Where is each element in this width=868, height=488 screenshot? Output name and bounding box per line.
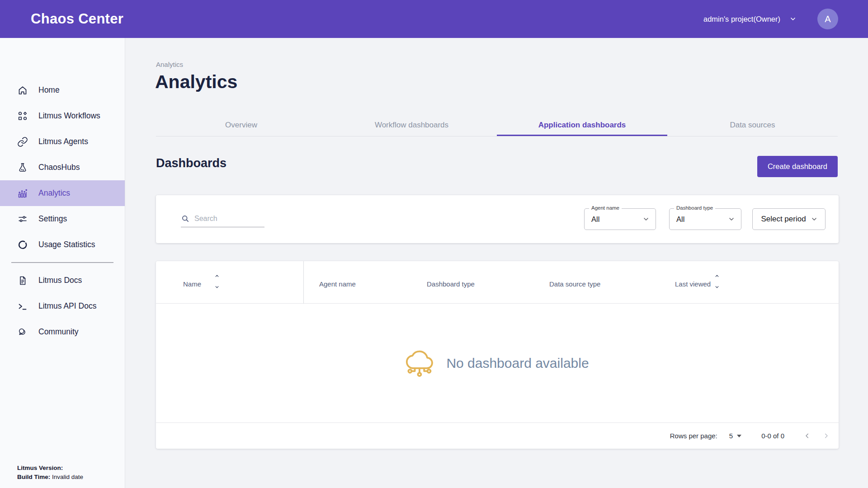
search-input[interactable] xyxy=(194,215,258,223)
tab-workflow-dashboards[interactable]: Workflow dashboards xyxy=(326,114,497,136)
sidebar-item-analytics[interactable]: Analytics xyxy=(0,180,125,206)
last-viewed-sort-controls xyxy=(714,273,720,290)
table-header-row: Name Agent name Dashboard type Data sour… xyxy=(156,261,839,304)
column-header-agent-name: Agent name xyxy=(319,280,356,288)
document-icon xyxy=(17,275,28,286)
flask-icon xyxy=(17,162,28,173)
community-icon xyxy=(17,327,28,338)
sidebar-item-chaoshubs[interactable]: ChaosHubs xyxy=(0,155,125,180)
dashboards-table: Name Agent name Dashboard type Data sour… xyxy=(156,261,839,449)
sidebar-item-community[interactable]: Community xyxy=(0,319,125,345)
column-divider xyxy=(303,261,304,304)
sidebar-item-label: Community xyxy=(38,327,79,337)
sliders-icon xyxy=(17,214,28,225)
sidebar-item-label: Litmus API Docs xyxy=(38,301,96,311)
project-selector-label: admin's project(Owner) xyxy=(703,15,780,23)
sidebar-item-litmus-workflows[interactable]: Litmus Workflows xyxy=(0,103,125,129)
agent-name-select[interactable]: Agent name All xyxy=(584,208,656,230)
dashboards-heading: Dashboards xyxy=(156,156,226,170)
chevron-down-icon xyxy=(642,216,650,223)
sidebar-item-label: Litmus Agents xyxy=(38,137,88,146)
cloud-network-icon xyxy=(406,349,434,378)
header-right: admin's project(Owner) A xyxy=(703,9,838,29)
sidebar-item-settings[interactable]: Settings xyxy=(0,206,125,232)
home-icon xyxy=(17,85,28,96)
terminal-icon xyxy=(17,301,28,312)
avatar-initial: A xyxy=(825,14,830,24)
name-sort-controls xyxy=(214,273,220,290)
chevron-up-icon[interactable] xyxy=(214,273,220,279)
empty-state-message: No dashboard available xyxy=(446,356,589,371)
sidebar-item-label: ChaosHubs xyxy=(38,163,80,172)
dashboard-type-select-value: All xyxy=(676,215,684,224)
avatar[interactable]: A xyxy=(817,9,838,29)
sidebar-item-litmus-docs[interactable]: Litmus Docs xyxy=(0,267,125,293)
link-icon xyxy=(17,136,28,147)
tab-data-sources[interactable]: Data sources xyxy=(667,114,838,136)
rows-per-page-value: 5 xyxy=(729,432,733,440)
search-icon xyxy=(181,214,190,223)
dashboard-type-select-label: Dashboard type xyxy=(674,205,715,211)
tab-bar: Overview Workflow dashboards Application… xyxy=(156,114,838,136)
pagination-bar: Rows per page: 5 0-0 of 0 xyxy=(156,422,839,449)
sidebar-item-label: Usage Statistics xyxy=(38,240,95,249)
chevron-up-icon[interactable] xyxy=(714,273,720,279)
filter-bar: Agent name All Dashboard type All Select… xyxy=(156,195,839,243)
chevron-down-icon xyxy=(811,216,818,223)
column-header-last-viewed[interactable]: Last viewed xyxy=(675,280,711,288)
sidebar-item-usage-statistics[interactable]: Usage Statistics xyxy=(0,232,125,258)
agent-name-select-value: All xyxy=(591,215,599,224)
sidebar-item-label: Analytics xyxy=(38,188,70,198)
search-box xyxy=(181,214,264,227)
app-header: Chaos Center admin's project(Owner) A xyxy=(0,0,868,38)
chevron-down-icon xyxy=(789,15,797,23)
sidebar-item-label: Litmus Docs xyxy=(38,276,82,285)
project-selector[interactable]: admin's project(Owner) xyxy=(703,15,797,23)
previous-page-button[interactable] xyxy=(801,430,813,442)
pagination-range: 0-0 of 0 xyxy=(761,432,784,440)
column-header-dashboard-type: Dashboard type xyxy=(427,280,475,288)
build-time-value: Invalid date xyxy=(52,474,83,480)
data-usage-icon xyxy=(17,239,28,250)
rows-per-page-select[interactable]: 5 xyxy=(729,432,741,440)
build-time-label: Build Time: xyxy=(17,474,50,480)
bar-chart-icon xyxy=(17,188,28,199)
tab-overview[interactable]: Overview xyxy=(156,114,326,136)
tab-application-dashboards[interactable]: Application dashboards xyxy=(497,114,667,136)
select-period-button[interactable]: Select period xyxy=(752,208,826,230)
chevron-down-icon xyxy=(728,216,735,223)
sidebar-item-litmus-api-docs[interactable]: Litmus API Docs xyxy=(0,293,125,319)
breadcrumb[interactable]: Analytics xyxy=(156,61,183,68)
agent-name-select-label: Agent name xyxy=(589,205,622,211)
sidebar-item-home[interactable]: Home xyxy=(0,77,125,103)
create-dashboard-button[interactable]: Create dashboard xyxy=(757,156,838,177)
sidebar: Home Litmus Workflows Litmus Agents Chao… xyxy=(0,38,125,488)
sidebar-item-litmus-agents[interactable]: Litmus Agents xyxy=(0,129,125,155)
empty-state: No dashboard available xyxy=(156,304,839,422)
sidebar-item-label: Home xyxy=(38,85,60,95)
rows-per-page-label: Rows per page: xyxy=(670,432,717,440)
workflows-icon xyxy=(17,111,28,122)
version-info: Litmus Version: Build Time: Invalid date xyxy=(17,464,83,482)
chevron-down-icon[interactable] xyxy=(214,284,220,290)
app-title: Chaos Center xyxy=(31,11,123,27)
column-header-name[interactable]: Name xyxy=(183,280,201,288)
sidebar-item-label: Litmus Workflows xyxy=(38,111,100,121)
chevron-down-icon[interactable] xyxy=(714,284,720,290)
triangle-down-icon xyxy=(737,435,741,437)
select-period-label: Select period xyxy=(761,215,806,224)
column-header-data-source-type: Data source type xyxy=(549,280,600,288)
page-title: Analytics xyxy=(155,71,237,93)
sidebar-item-label: Settings xyxy=(38,214,67,224)
dashboard-type-select[interactable]: Dashboard type All xyxy=(669,208,741,230)
next-page-button[interactable] xyxy=(820,430,832,442)
sidebar-divider xyxy=(11,262,113,263)
litmus-version-label: Litmus Version: xyxy=(17,465,63,471)
